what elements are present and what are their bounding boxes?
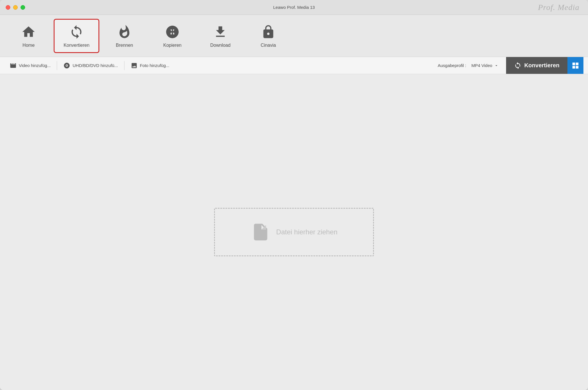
nav-item-cinavia[interactable]: Cinavia	[245, 19, 291, 53]
app-window: Leawo Prof. Media 13 Prof. Media Home Ko…	[0, 0, 588, 390]
nav-label-home: Home	[23, 43, 35, 48]
minimize-button[interactable]	[13, 5, 18, 10]
nav-label-download: Download	[210, 43, 230, 48]
nav-label-cinavia: Cinavia	[261, 43, 276, 48]
separator-1	[57, 61, 57, 70]
app-logo: Prof. Media	[538, 3, 579, 12]
add-photo-button[interactable]: Foto hinzufüg...	[126, 60, 174, 71]
copy-icon	[164, 24, 180, 40]
nav-item-download[interactable]: Download	[198, 19, 243, 53]
drop-zone-text: Datei hierher ziehen	[276, 228, 338, 236]
close-button[interactable]	[6, 5, 10, 10]
window-controls	[6, 5, 25, 10]
nav-item-home[interactable]: Home	[6, 19, 51, 53]
chevron-down-icon	[494, 63, 499, 68]
home-icon	[21, 24, 37, 40]
window-title: Leawo Prof. Media 13	[273, 5, 315, 10]
output-profile-value: MP4 Video	[472, 63, 492, 68]
nav-item-konvertieren[interactable]: Konvertieren	[54, 19, 99, 53]
photo-icon	[131, 62, 138, 69]
nav-item-kopieren[interactable]: Kopieren	[150, 19, 195, 53]
separator-2	[124, 61, 124, 70]
disc-icon	[63, 62, 70, 69]
toolbar: Video hinzufüg... UHD/BD/DVD hinzufü... …	[0, 57, 588, 74]
add-uhd-label: UHD/BD/DVD hinzufü...	[73, 63, 118, 68]
output-profile-label: Ausgabeprofil :	[438, 63, 466, 68]
convert-side-button[interactable]	[567, 57, 583, 74]
output-profile-selector[interactable]: MP4 Video	[469, 62, 502, 69]
nav-label-konvertieren: Konvertieren	[64, 43, 90, 48]
output-profile-area: Ausgabeprofil : MP4 Video	[438, 62, 501, 69]
convert-button-label: Konvertieren	[524, 62, 559, 69]
nav-item-brennen[interactable]: Brennen	[102, 19, 147, 53]
download-icon	[212, 24, 228, 40]
convert-btn-icon	[514, 62, 521, 69]
maximize-button[interactable]	[21, 5, 25, 10]
navbar: Home Konvertieren Brennen	[0, 15, 588, 57]
convert-icon	[69, 24, 84, 40]
cinavia-icon	[260, 24, 276, 40]
add-video-label: Video hinzufüg...	[19, 63, 51, 68]
titlebar: Leawo Prof. Media 13 Prof. Media	[0, 0, 588, 15]
add-video-button[interactable]: Video hinzufüg...	[5, 60, 56, 71]
nav-label-kopieren: Kopieren	[163, 43, 182, 48]
nav-label-brennen: Brennen	[116, 43, 133, 48]
convert-btn-area: Konvertieren	[506, 57, 583, 74]
drop-zone-icon	[251, 222, 271, 242]
add-uhd-button[interactable]: UHD/BD/DVD hinzufü...	[58, 60, 123, 71]
grid-icon	[571, 62, 579, 70]
convert-button[interactable]: Konvertieren	[506, 57, 567, 74]
main-content: Datei hierher ziehen	[0, 74, 588, 390]
add-photo-label: Foto hinzufüg...	[140, 63, 169, 68]
film-icon	[10, 62, 17, 69]
drop-zone[interactable]: Datei hierher ziehen	[214, 208, 374, 256]
burn-icon	[116, 24, 132, 40]
